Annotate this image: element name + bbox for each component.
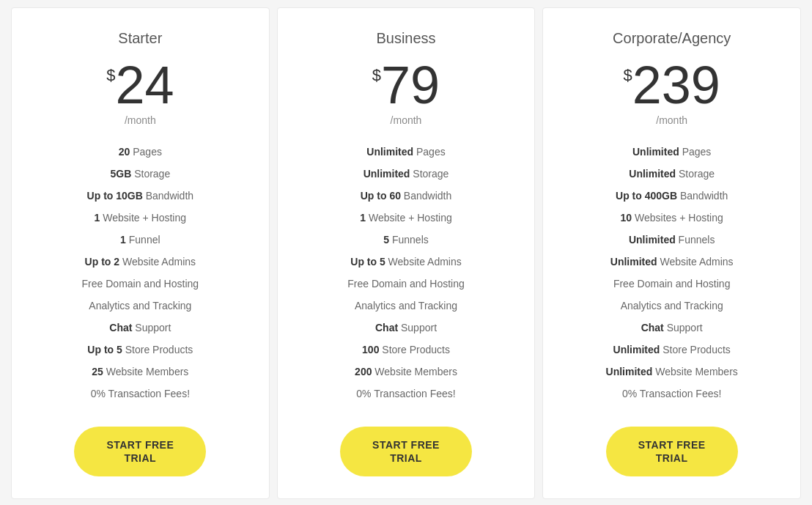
feature-item: Unlimited Pages (292, 141, 520, 163)
feature-item: Up to 5 Store Products (26, 339, 254, 361)
features-list: Unlimited PagesUnlimited StorageUp to 40… (558, 141, 786, 405)
price-period: /month (391, 114, 422, 126)
currency-symbol: $ (106, 66, 115, 85)
price-amount: 239 (632, 59, 720, 111)
feature-item: 20 Pages (26, 141, 254, 163)
currency-symbol: $ (372, 66, 381, 85)
start-trial-button[interactable]: START FREE TRIAL (340, 427, 472, 476)
price-amount: 79 (381, 59, 440, 111)
features-list: Unlimited PagesUnlimited StorageUp to 60… (292, 141, 520, 405)
pricing-container: Starter$24/month20 Pages5GB StorageUp to… (0, 0, 812, 505)
feature-item: 200 Website Members (292, 361, 520, 383)
feature-item: Unlimited Pages (558, 141, 786, 163)
feature-item: 0% Transaction Fees! (558, 383, 786, 405)
price-period: /month (656, 114, 687, 126)
feature-item: 1 Website + Hosting (292, 207, 520, 229)
feature-item: 10 Websites + Hosting (558, 207, 786, 229)
feature-item: Chat Support (558, 317, 786, 339)
plan-name: Corporate/Agency (613, 30, 731, 47)
features-list: 20 Pages5GB StorageUp to 10GB Bandwidth1… (26, 141, 254, 405)
pricing-card-starter: Starter$24/month20 Pages5GB StorageUp to… (11, 7, 270, 499)
feature-item: Free Domain and Hosting (26, 273, 254, 295)
price-block: $24 (106, 59, 174, 111)
feature-item: Unlimited Funnels (558, 229, 786, 251)
feature-item: 100 Store Products (292, 339, 520, 361)
price-block: $79 (372, 59, 440, 111)
start-trial-button[interactable]: START FREE TRIAL (74, 427, 206, 476)
feature-item: 5 Funnels (292, 229, 520, 251)
feature-item: Unlimited Storage (558, 163, 786, 185)
feature-item: 1 Funnel (26, 229, 254, 251)
plan-name: Business (376, 30, 435, 47)
feature-item: 0% Transaction Fees! (26, 383, 254, 405)
feature-item: Unlimited Website Members (558, 361, 786, 383)
feature-item: Up to 2 Website Admins (26, 251, 254, 273)
feature-item: Chat Support (26, 317, 254, 339)
feature-item: Free Domain and Hosting (558, 273, 786, 295)
feature-item: 5GB Storage (26, 163, 254, 185)
feature-item: Up to 5 Website Admins (292, 251, 520, 273)
feature-item: Analytics and Tracking (558, 295, 786, 317)
feature-item: Unlimited Website Admins (558, 251, 786, 273)
price-block: $239 (623, 59, 720, 111)
feature-item: 25 Website Members (26, 361, 254, 383)
feature-item: 1 Website + Hosting (26, 207, 254, 229)
feature-item: Up to 400GB Bandwidth (558, 185, 786, 207)
feature-item: Unlimited Store Products (558, 339, 786, 361)
feature-item: Up to 60 Bandwidth (292, 185, 520, 207)
feature-item: Analytics and Tracking (292, 295, 520, 317)
feature-item: Free Domain and Hosting (292, 273, 520, 295)
feature-item: Up to 10GB Bandwidth (26, 185, 254, 207)
feature-item: Analytics and Tracking (26, 295, 254, 317)
feature-item: Chat Support (292, 317, 520, 339)
feature-item: 0% Transaction Fees! (292, 383, 520, 405)
pricing-card-corporate: Corporate/Agency$239/monthUnlimited Page… (542, 7, 801, 499)
currency-symbol: $ (623, 66, 632, 85)
pricing-card-business: Business$79/monthUnlimited PagesUnlimite… (277, 7, 536, 499)
feature-item: Unlimited Storage (292, 163, 520, 185)
price-period: /month (125, 114, 156, 126)
price-amount: 24 (115, 59, 174, 111)
start-trial-button[interactable]: START FREE TRIAL (606, 427, 738, 476)
plan-name: Starter (118, 30, 162, 47)
